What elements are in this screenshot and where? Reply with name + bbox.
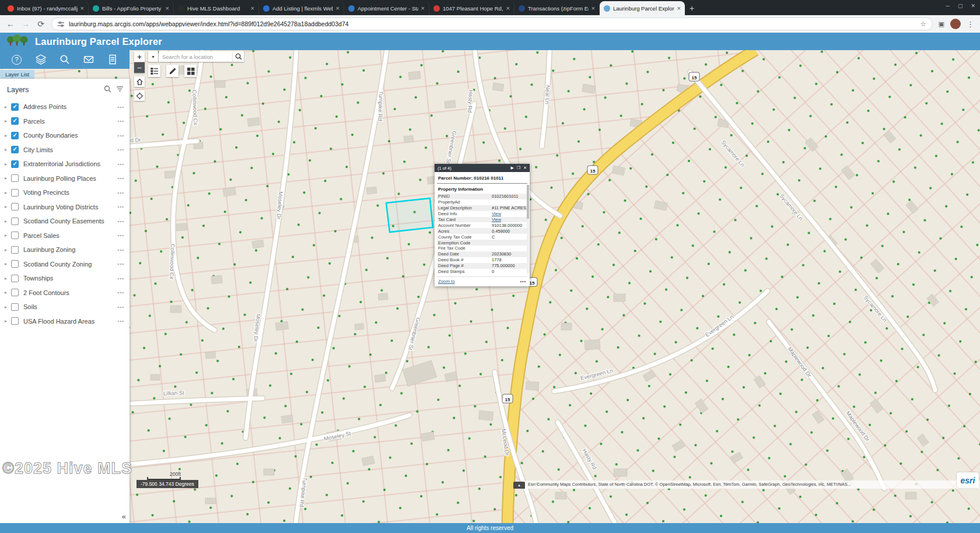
expand-icon[interactable]: ▸ <box>5 318 11 324</box>
layer-item[interactable]: ▸ Address Points ••• <box>0 100 130 114</box>
expand-icon[interactable]: ▸ <box>5 133 11 138</box>
refresh-button[interactable]: ⟳ <box>36 19 46 29</box>
expand-icon[interactable]: ▸ <box>5 204 11 209</box>
layer-menu-button[interactable]: ••• <box>118 304 124 310</box>
layer-menu-button[interactable]: ••• <box>118 233 124 238</box>
tab-close-icon[interactable]: × <box>677 5 681 12</box>
expand-icon[interactable]: ▸ <box>5 290 11 295</box>
layer-search-icon[interactable] <box>104 85 111 95</box>
browser-tab[interactable]: Bills - AppFolio Property Mana... × <box>89 1 174 15</box>
layer-menu-button[interactable]: ••• <box>118 219 124 224</box>
layer-checkbox[interactable] <box>11 218 19 225</box>
location-search-input[interactable] <box>159 51 233 62</box>
layer-menu-button[interactable]: ••• <box>118 276 124 281</box>
layer-menu-button[interactable]: ••• <box>118 190 124 195</box>
layer-item[interactable]: ▸ Voting Precincts ••• <box>0 185 130 200</box>
layer-item[interactable]: ▸ Laurinburg Polling Places ••• <box>0 171 130 186</box>
window-close-button[interactable]: ✕ <box>971 3 975 9</box>
panel-collapse-button[interactable]: « <box>122 512 126 521</box>
map-canvas[interactable]: 15 15 15 15 Stafford Dr Collinwood Cir C… <box>0 50 980 523</box>
layer-checkbox[interactable] <box>11 132 19 139</box>
zoom-to-link[interactable]: Zoom to <box>438 279 455 284</box>
popup-next-icon[interactable]: ▶ <box>510 166 513 170</box>
layer-menu-button[interactable]: ••• <box>118 176 124 181</box>
report-widget-button[interactable] <box>107 54 118 65</box>
new-tab-button[interactable]: + <box>690 3 694 13</box>
email-widget-button[interactable] <box>83 54 94 65</box>
window-minimize-button[interactable]: ─ <box>946 3 950 9</box>
layer-item[interactable]: ▸ Townships ••• <box>0 271 130 286</box>
layer-item[interactable]: ▸ Parcels ••• <box>0 114 130 129</box>
expand-icon[interactable]: ▸ <box>5 147 11 152</box>
layers-widget-button[interactable] <box>35 54 47 65</box>
browser-tab[interactable]: Appointment Center - Staff - S... × <box>344 1 429 15</box>
browser-menu-icon[interactable]: ⋮ <box>967 20 974 29</box>
layer-checkbox[interactable] <box>11 246 19 254</box>
popup-scroll-thumb[interactable] <box>527 185 529 219</box>
layer-checkbox[interactable] <box>11 260 19 268</box>
layer-list-tab[interactable]: Layer List <box>0 70 34 79</box>
layer-item[interactable]: ▸ Parcel Sales ••• <box>0 229 130 243</box>
layer-checkbox[interactable] <box>11 203 19 211</box>
layer-menu-button[interactable]: ••• <box>118 118 124 124</box>
layer-checkbox[interactable] <box>11 317 19 325</box>
layer-item[interactable]: ▸ Scotland County Easements ••• <box>0 214 130 229</box>
layer-checkbox[interactable] <box>11 189 19 197</box>
expand-icon[interactable]: ▸ <box>5 219 11 224</box>
search-source-dropdown[interactable]: ▾ <box>148 51 158 62</box>
layer-menu-button[interactable]: ••• <box>118 204 124 209</box>
layer-item[interactable]: ▸ Soils ••• <box>0 300 130 314</box>
layer-item[interactable]: ▸ USA Flood Hazard Areas ••• <box>0 314 130 329</box>
tab-close-icon[interactable]: × <box>336 5 340 12</box>
tab-close-icon[interactable]: × <box>166 5 169 12</box>
url-bar[interactable]: laurinburg.maps.arcgis.com/apps/webappvi… <box>51 17 933 30</box>
draw-button[interactable] <box>166 65 178 77</box>
browser-tab[interactable]: Add Listing | flexmls Web × <box>259 1 344 15</box>
expand-icon[interactable]: ▸ <box>5 118 11 124</box>
expand-icon[interactable]: ▸ <box>5 276 11 281</box>
layer-menu-button[interactable]: ••• <box>118 290 124 295</box>
zoom-in-button[interactable]: + <box>134 51 145 62</box>
popup-scrollbar[interactable] <box>527 185 529 273</box>
browser-tab-active[interactable]: Laurinburg Parcel Explorer × <box>600 1 685 15</box>
expand-icon[interactable]: ▸ <box>5 233 11 238</box>
tab-close-icon[interactable]: × <box>251 5 254 12</box>
browser-tab[interactable]: Transactions (zipForm Edition)... × <box>514 1 600 15</box>
popup-header[interactable]: (1 of 4) ▶ ❐ ✕ <box>435 164 530 172</box>
layer-checkbox[interactable] <box>11 160 19 168</box>
basemap-gallery-button[interactable] <box>184 65 197 77</box>
site-settings-icon[interactable] <box>58 21 64 27</box>
layer-checkbox[interactable] <box>11 174 19 182</box>
expand-icon[interactable]: ▸ <box>5 162 11 167</box>
help-widget-button[interactable]: ? <box>11 54 23 65</box>
layer-checkbox[interactable] <box>11 117 19 125</box>
layer-item[interactable]: ▸ Laurinburg Zoning ••• <box>0 243 130 257</box>
window-restore-button[interactable]: ▢ <box>958 3 963 9</box>
browser-tab[interactable]: Hive MLS Dashboard × <box>174 1 259 15</box>
layer-checkbox[interactable] <box>11 146 19 153</box>
layer-checkbox[interactable] <box>11 289 19 296</box>
browser-tab[interactable]: 1047 Pleasant Hope Rd, Fairmo... × <box>429 1 514 15</box>
layer-item[interactable]: ▸ Laurinburg Voting Districts ••• <box>0 200 130 215</box>
popup-menu-button[interactable]: ••• <box>520 279 526 283</box>
home-extent-button[interactable] <box>134 76 145 87</box>
expand-icon[interactable]: ▸ <box>5 304 11 310</box>
expand-icon[interactable]: ▸ <box>5 247 11 253</box>
tab-close-icon[interactable]: × <box>80 5 84 12</box>
deed-info-link[interactable]: View <box>492 211 526 216</box>
layer-menu-button[interactable]: ••• <box>118 162 124 167</box>
layer-menu-button[interactable]: ••• <box>118 261 124 266</box>
search-submit-button[interactable] <box>233 51 244 62</box>
selected-parcel-highlight[interactable] <box>386 198 433 232</box>
zoom-out-button[interactable]: − <box>134 62 145 73</box>
legend-button[interactable] <box>148 65 160 77</box>
search-widget-button[interactable] <box>59 54 71 65</box>
popup-close-icon[interactable]: ✕ <box>523 166 527 170</box>
side-panel-icon[interactable]: ▣ <box>939 20 944 28</box>
layer-checkbox[interactable] <box>11 232 19 239</box>
layer-menu-button[interactable]: ••• <box>118 147 124 152</box>
layer-checkbox[interactable] <box>11 303 19 311</box>
bookmark-star-icon[interactable]: ☆ <box>921 20 926 28</box>
browser-tab[interactable]: Inbox (97) - randymccalljr@gm... × <box>4 1 89 15</box>
tab-close-icon[interactable]: × <box>592 5 595 12</box>
